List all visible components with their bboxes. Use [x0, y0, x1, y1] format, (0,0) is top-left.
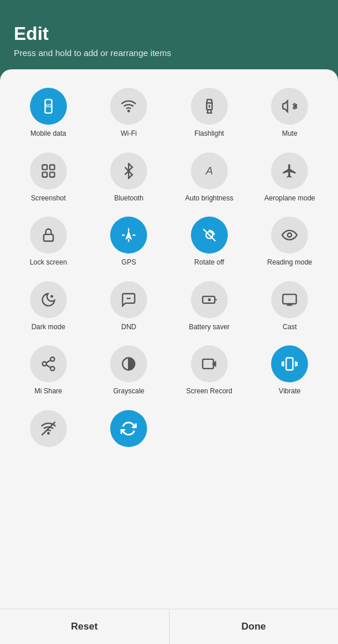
page-subtitle: Press and hold to add or rearrange items: [14, 48, 324, 58]
svg-text:A: A: [205, 164, 213, 176]
svg-point-20: [288, 233, 292, 237]
reading-mode-label: Reading mode: [267, 258, 312, 267]
tile-wifi[interactable]: Wi-Fi: [90, 83, 168, 143]
gps-icon: [110, 217, 147, 254]
tile-sync[interactable]: [90, 405, 168, 456]
dark-mode-label: Dark mode: [31, 323, 65, 332]
tile-mute[interactable]: Mute: [251, 83, 329, 143]
mi-share-label: Mi Share: [35, 387, 62, 396]
tile-bluetooth[interactable]: Bluetooth: [90, 148, 168, 208]
svg-point-29: [50, 358, 54, 362]
flashlight-label: Flashlight: [194, 129, 224, 139]
mute-icon: [271, 88, 308, 125]
battery-saver-label: Battery saver: [189, 323, 230, 332]
tile-battery-saver[interactable]: Battery saver: [170, 277, 249, 337]
auto-brightness-icon: A: [191, 152, 228, 189]
svg-rect-35: [202, 359, 213, 368]
lock-screen-icon: [30, 217, 67, 254]
reset-button[interactable]: Reset: [0, 609, 170, 644]
svg-line-32: [46, 365, 51, 368]
dnd-label: DND: [121, 323, 136, 332]
tile-reading-mode[interactable]: Reading mode: [251, 212, 329, 272]
dark-mode-icon: [30, 281, 67, 318]
header: Edit Press and hold to add or rearrange …: [0, 0, 338, 69]
svg-marker-17: [125, 230, 132, 240]
done-button[interactable]: Done: [170, 609, 339, 644]
vibrate-label: Vibrate: [279, 387, 301, 396]
sync-icon: [110, 410, 147, 447]
wifi-off-icon: [30, 410, 67, 447]
screenshot-icon: [30, 152, 67, 189]
svg-point-30: [42, 362, 46, 366]
footer-bar: Reset Done: [0, 609, 338, 644]
grayscale-icon: [110, 345, 147, 382]
svg-rect-12: [44, 234, 53, 241]
svg-line-33: [46, 360, 51, 363]
tiles-grid: 5GMobile dataWi-FiFlashlightMuteScreensh…: [9, 83, 329, 466]
vibrate-icon: [271, 345, 308, 382]
screen-record-label: Screen Record: [186, 387, 232, 396]
tile-grayscale[interactable]: Grayscale: [90, 341, 168, 401]
mobile-data-label: Mobile data: [31, 129, 66, 139]
aeroplane-mode-icon: [271, 152, 308, 189]
tile-rotate-off[interactable]: Rotate off: [170, 212, 249, 272]
auto-brightness-label: Auto brightness: [185, 194, 233, 203]
quick-settings-panel: 5GMobile dataWi-FiFlashlightMuteScreensh…: [0, 69, 338, 609]
wifi-icon: [110, 88, 147, 125]
svg-rect-9: [50, 172, 54, 177]
bluetooth-label: Bluetooth: [114, 194, 144, 203]
mi-share-icon: [30, 345, 67, 382]
tile-cast[interactable]: Cast: [251, 277, 329, 337]
flashlight-icon: [191, 88, 228, 125]
cast-label: Cast: [283, 323, 297, 332]
svg-rect-37: [286, 358, 293, 370]
grayscale-label: Grayscale: [113, 387, 144, 396]
svg-rect-27: [283, 294, 296, 303]
tile-flashlight[interactable]: Flashlight: [170, 83, 249, 143]
mute-label: Mute: [282, 129, 298, 139]
screen-record-icon: [191, 345, 228, 382]
reading-mode-icon: [271, 217, 308, 254]
tile-dnd[interactable]: DND: [90, 277, 168, 337]
svg-point-2: [128, 110, 129, 111]
tile-mi-share[interactable]: Mi Share: [9, 341, 88, 401]
tile-dark-mode[interactable]: Dark mode: [9, 277, 88, 337]
tile-gps[interactable]: GPS: [90, 212, 168, 272]
lock-screen-label: Lock screen: [29, 258, 67, 267]
svg-text:5G: 5G: [45, 103, 51, 109]
rotate-off-icon: [191, 217, 228, 254]
tile-lock-screen[interactable]: Lock screen: [9, 212, 88, 272]
tile-aeroplane-mode[interactable]: Aeroplane mode: [251, 148, 329, 208]
rotate-off-label: Rotate off: [194, 258, 224, 267]
tile-mobile-data[interactable]: 5GMobile data: [9, 83, 88, 143]
tile-vibrate[interactable]: Vibrate: [251, 341, 329, 401]
svg-rect-8: [50, 165, 54, 169]
tile-screen-record[interactable]: Screen Record: [170, 341, 249, 401]
svg-rect-10: [42, 172, 47, 177]
page-title: Edit: [14, 23, 324, 44]
battery-saver-icon: [191, 281, 228, 318]
screenshot-label: Screenshot: [31, 194, 66, 203]
cast-icon: [271, 281, 308, 318]
bluetooth-icon: [110, 152, 147, 189]
dnd-icon: [110, 281, 147, 318]
tile-wifi-off[interactable]: [9, 405, 88, 456]
gps-label: GPS: [122, 258, 136, 267]
svg-point-31: [50, 367, 54, 371]
svg-rect-7: [42, 165, 47, 169]
svg-point-21: [50, 295, 53, 298]
tile-auto-brightness[interactable]: AAuto brightness: [170, 148, 249, 208]
wifi-label: Wi-Fi: [121, 129, 137, 139]
svg-point-42: [48, 433, 49, 434]
aeroplane-mode-label: Aeroplane mode: [264, 194, 315, 203]
tile-screenshot[interactable]: Screenshot: [9, 148, 88, 208]
mobile-data-icon: 5G: [30, 88, 67, 125]
